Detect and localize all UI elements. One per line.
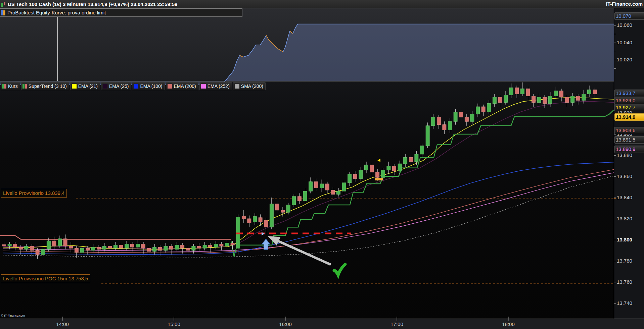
legend-label: EMA (200) [174,84,196,89]
candle [303,191,307,201]
price-axis-label: 13.840 [617,195,632,200]
candle [359,170,363,178]
candle [203,245,206,248]
axis-tick [614,219,616,219]
candle [170,246,173,249]
candle [571,96,574,103]
candle [220,244,223,246]
order-fill-marker [375,178,383,180]
price-axis-label: 13.860 [617,173,632,179]
candle [231,243,234,245]
legend-item-supertrend-3-10-[interactable]: SuperTrend (3 10) [21,82,69,90]
legend-item-kurs[interactable]: Kurs [1,82,20,90]
equity-value-box: 10.070 [614,12,644,20]
candle [147,248,151,251]
pane-separator[interactable] [0,81,644,81]
time-label: 18:00 [502,321,515,327]
candle [381,170,385,177]
candle [19,247,22,249]
candle [130,244,134,247]
time-tick [62,319,63,321]
price-axis-label: 13.760 [617,279,632,285]
time-axis[interactable]: 14:0015:0016:0017:0018:00 [0,319,644,329]
candle [197,246,201,248]
axis-tick [614,240,616,240]
candle [465,117,468,122]
color-swatch-icon [72,84,77,89]
axis-tick [614,198,616,198]
time-tick [62,317,63,319]
color-swatch-icon [201,84,206,89]
legend-label: EMA (100) [140,84,162,89]
price-axis-label: 13.820 [617,216,632,221]
provisional-level-label[interactable]: Livello Provvisorio 13.839,4 [1,189,67,198]
legend-item-ema-25-[interactable]: EMA (25) [101,82,131,90]
legend-item-ema-252-[interactable]: EMA (252) [199,82,232,90]
candle [63,239,67,246]
candle [309,182,313,191]
axis-tick [614,43,616,43]
color-swatch-icon [234,84,240,89]
candle [493,97,496,104]
candle [314,182,318,188]
candle [365,165,368,170]
axis-tick [614,155,616,156]
axis-tick [614,60,616,60]
indicator-value-box: 13.903,6 [614,127,644,134]
candle [487,104,491,112]
candle [8,244,11,246]
candle [515,88,519,94]
candle [281,210,285,212]
candle [415,154,418,162]
indicator-value-box: 13.890,9 [614,146,644,153]
candle [426,126,429,146]
candle [337,191,340,194]
candle [30,246,34,251]
candle [348,174,352,183]
candle [454,112,457,121]
candle [565,97,569,103]
sma200-line [3,176,614,257]
candle [548,96,552,104]
legend-item-ema-200-[interactable]: EMA (200) [166,82,198,90]
time-tick [397,317,397,319]
legend-label: SMA (200) [241,84,263,89]
color-swatch-icon [102,84,108,89]
supertrend-down-line [0,235,231,239]
candle [41,249,45,255]
candle [36,251,39,255]
color-swatch-icon [133,84,139,89]
equity-curve-segment [0,55,240,85]
candle [481,107,485,112]
candle [225,243,229,246]
time-tick [174,317,174,319]
candle [398,164,402,171]
candle [86,248,90,250]
legend-item-sma-200-[interactable]: SMA (200) [233,82,266,90]
indicator-value-box: 13.891,5 [614,136,644,144]
candle [498,97,502,103]
time-tick [285,317,286,319]
candle [153,247,156,252]
candle [164,246,168,251]
equity-axis-label: 10.040 [617,40,632,45]
candle [270,204,273,227]
candle [588,90,591,94]
legend-item-ema-100-[interactable]: EMA (100) [132,82,165,90]
candle [370,165,374,172]
price-axis[interactable]: 10.07010.06010.04010.02013.94013.92013.9… [614,8,644,319]
candle [102,246,106,249]
provisional-level-label[interactable]: Livello Provvisorio POC 15m 13.758,5 [1,274,90,283]
order-chevron-icon [262,232,265,235]
legend-item-ema-21-[interactable]: EMA (21) [70,82,100,90]
candle [75,248,78,253]
candle [259,218,262,222]
indicator-value-box: 13.933,7 [614,90,644,97]
chart-canvas[interactable] [0,0,614,319]
candle [80,248,84,253]
candle [136,244,140,247]
legend-label: EMA (21) [78,84,98,89]
candle [297,197,301,201]
legend-label: Kurs [8,84,18,89]
ema100-line [3,162,614,255]
